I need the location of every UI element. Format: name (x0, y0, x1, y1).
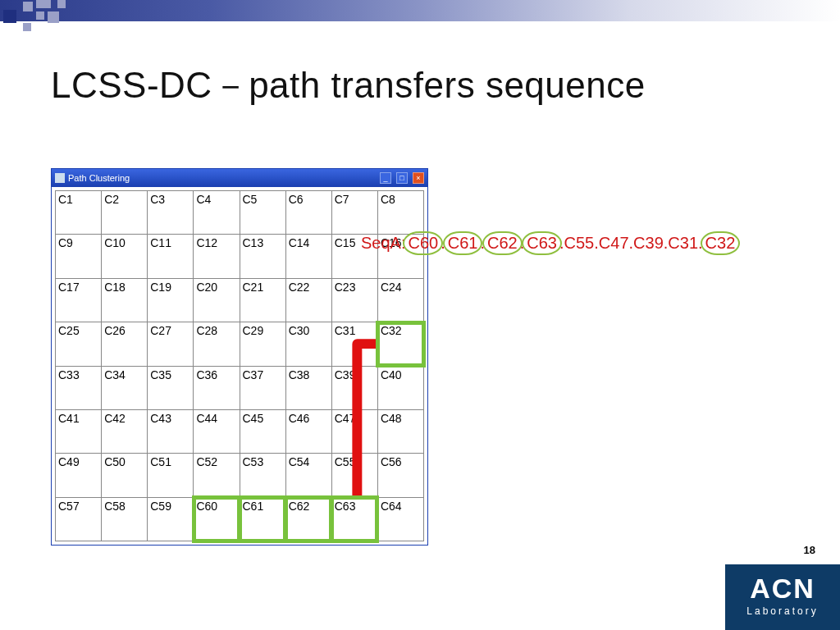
acn-logo: ACN Laboratory (725, 564, 840, 630)
cell-C11: C11 (148, 235, 194, 278)
cell-C36: C36 (194, 366, 240, 409)
cell-C34: C34 (102, 366, 148, 409)
cell-C56: C56 (377, 454, 423, 497)
cell-C7: C7 (331, 191, 377, 235)
cell-C12: C12 (194, 235, 240, 278)
cell-C6: C6 (285, 191, 331, 235)
slide-title: LCSS-DC－path transfers sequence (51, 62, 646, 110)
seqa-annotation: SeqA:C60.C61.C62.C63.C55.C47.C39.C31.C32 (361, 231, 737, 255)
cell-C25: C25 (56, 322, 102, 366)
close-button[interactable]: × (413, 172, 424, 184)
cell-C23: C23 (331, 278, 377, 322)
cell-C44: C44 (194, 409, 240, 453)
cell-C1: C1 (56, 191, 102, 235)
cell-C63: C63 (331, 497, 377, 541)
cell-C21: C21 (240, 278, 285, 322)
window-app-icon (55, 173, 65, 183)
cell-C2: C2 (102, 191, 148, 235)
cell-C39: C39 (331, 366, 377, 409)
cell-C51: C51 (148, 454, 194, 497)
cell-C45: C45 (240, 409, 285, 453)
cell-C46: C46 (285, 409, 331, 453)
cell-C8: C8 (377, 191, 423, 235)
cell-C32: C32 (377, 322, 423, 366)
logo-subtext: Laboratory (725, 605, 840, 617)
cell-C40: C40 (377, 366, 423, 409)
cell-C31: C31 (331, 322, 377, 366)
cell-C22: C22 (285, 278, 331, 322)
cell-C49: C49 (56, 454, 102, 497)
seqa-token-C60: C60 (403, 231, 443, 255)
seqa-token-C31: C31 (668, 234, 698, 252)
page-number: 18 (804, 544, 815, 556)
cell-C37: C37 (240, 366, 285, 409)
cell-C55: C55 (331, 454, 377, 497)
cell-C5: C5 (240, 191, 285, 235)
cell-C19: C19 (148, 278, 194, 322)
cell-C64: C64 (377, 497, 423, 541)
cell-C52: C52 (194, 454, 240, 497)
seqa-token-C47: C47 (599, 234, 629, 252)
cell-C35: C35 (148, 366, 194, 409)
logo-text: ACN (725, 574, 840, 602)
cell-C53: C53 (240, 454, 285, 497)
minimize-button[interactable]: _ (380, 172, 391, 184)
window-title: Path Clustering (68, 173, 375, 183)
cell-C30: C30 (285, 322, 331, 366)
cell-C10: C10 (102, 235, 148, 278)
window-titlebar: Path Clustering _ □ × (52, 169, 427, 187)
cell-C33: C33 (56, 366, 102, 409)
cell-C60: C60 (194, 497, 240, 541)
top-gradient-bar (0, 0, 840, 21)
cell-C62: C62 (285, 497, 331, 541)
cell-C42: C42 (102, 409, 148, 453)
seqa-token-C63: C63 (522, 231, 562, 255)
cell-C9: C9 (56, 235, 102, 278)
cell-C54: C54 (285, 454, 331, 497)
cell-C3: C3 (148, 191, 194, 235)
cell-C47: C47 (331, 409, 377, 453)
maximize-button[interactable]: □ (396, 172, 408, 184)
cell-C58: C58 (102, 497, 148, 541)
cell-C61: C61 (240, 497, 285, 541)
seqa-token-C39: C39 (633, 234, 664, 252)
cell-C43: C43 (148, 409, 194, 453)
cell-C24: C24 (377, 278, 423, 322)
cell-C38: C38 (285, 366, 331, 409)
cell-C18: C18 (102, 278, 148, 322)
cell-C29: C29 (240, 322, 285, 366)
cell-C17: C17 (56, 278, 102, 322)
cell-C13: C13 (240, 235, 285, 278)
cell-C59: C59 (148, 497, 194, 541)
cell-C41: C41 (56, 409, 102, 453)
cell-C4: C4 (194, 191, 240, 235)
cell-C50: C50 (102, 454, 148, 497)
cell-C48: C48 (377, 409, 423, 453)
cell-C28: C28 (194, 322, 240, 366)
cell-C26: C26 (102, 322, 148, 366)
cell-C20: C20 (194, 278, 240, 322)
cell-C14: C14 (285, 235, 331, 278)
cell-C27: C27 (148, 322, 194, 366)
seqa-token-C55: C55 (564, 234, 595, 252)
path-clustering-window: Path Clustering _ □ × C1C2C3C4C5C6C7C8C9… (51, 168, 428, 546)
cell-C57: C57 (56, 497, 102, 541)
seqa-token-C61: C61 (443, 231, 483, 255)
corner-squares (0, 0, 74, 36)
seqa-token-C32: C32 (701, 231, 741, 255)
seqa-token-C62: C62 (482, 231, 523, 255)
